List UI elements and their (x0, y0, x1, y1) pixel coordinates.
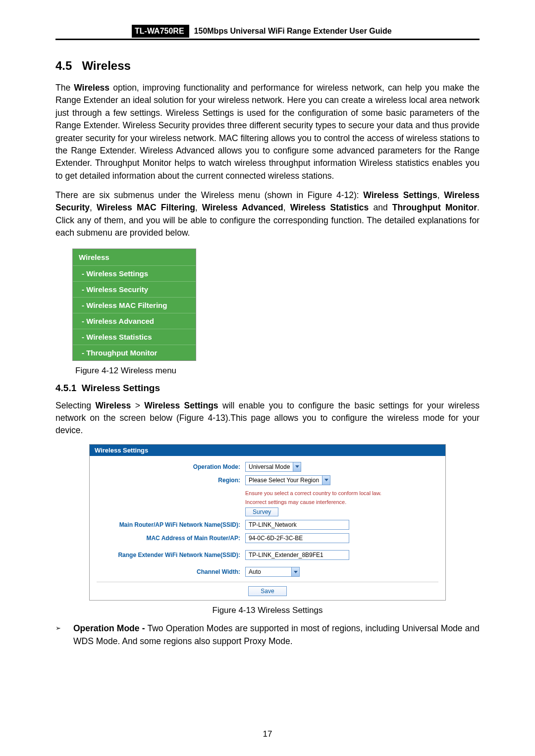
menu-item-wireless-mac-filtering: - Wireless MAC Filtering (73, 298, 196, 313)
header-title: 150Mbps Universal WiFi Range Extender Us… (189, 25, 392, 38)
operation-mode-select[interactable]: Universal Mode (245, 462, 301, 472)
label-mac-main: MAC Address of Main Router/AP: (97, 535, 245, 542)
page-header: TL-WA750RE 150Mbps Universal WiFi Range … (55, 25, 480, 40)
section-heading: 4.5 Wireless (55, 59, 480, 73)
header-model: TL-WA750RE (132, 25, 189, 38)
paragraph-intro: The Wireless option, improving functiona… (55, 82, 480, 182)
menu-item-wireless-settings: - Wireless Settings (73, 266, 196, 282)
label-region: Region: (97, 477, 245, 484)
region-hint-line2: Incorrect settings may cause interferenc… (245, 499, 438, 505)
menu-item-wireless-advanced: - Wireless Advanced (73, 313, 196, 329)
operation-mode-value: Universal Mode (246, 463, 293, 470)
subsection-number: 4.5.1 (55, 383, 76, 393)
bullet-title: Operation Mode - (73, 623, 145, 633)
page-number: 17 (0, 729, 535, 739)
figure-4-13-caption: Figure 4-13 Wireless Settings (55, 605, 480, 615)
wireless-settings-figure: Wireless Settings Operation Mode: Univer… (89, 444, 446, 601)
extender-ssid-input[interactable]: TP-LINK_Extender_8B9FE1 (245, 550, 349, 560)
subsection-title: Wireless Settings (82, 383, 160, 393)
paragraph-wireless-settings-intro: Selecting Wireless > Wireless Settings w… (55, 400, 480, 437)
wireless-menu-figure: Wireless - Wireless Settings - Wireless … (72, 249, 196, 361)
menu-item-throughput-monitor: - Throughput Monitor (73, 345, 196, 360)
label-operation-mode: Operation Mode: (97, 463, 245, 470)
chevron-down-icon (322, 476, 330, 485)
chevron-down-icon (293, 462, 301, 471)
region-value: Please Select Your Region (246, 477, 322, 484)
figure-4-12-caption: Figure 4-12 Wireless menu (75, 366, 480, 376)
channel-width-value: Auto (246, 568, 264, 575)
survey-button[interactable]: Survey (245, 507, 278, 516)
save-button[interactable]: Save (248, 586, 286, 596)
menu-item-wireless-statistics: - Wireless Statistics (73, 329, 196, 345)
menu-item-wireless-security: - Wireless Security (73, 282, 196, 298)
bullet-operation-mode: ➢ Operation Mode - Two Operation Modes a… (55, 622, 480, 648)
main-ssid-input[interactable]: TP-LINK_Network (245, 520, 349, 530)
bullet-icon: ➢ (55, 622, 73, 648)
channel-width-select[interactable]: Auto (245, 567, 300, 577)
panel-title: Wireless Settings (90, 445, 445, 456)
label-main-ssid: Main Router/AP WiFi Network Name(SSID): (97, 521, 245, 528)
label-channel-width: Channel Width: (97, 568, 245, 575)
section-number: 4.5 (55, 59, 72, 72)
subsection-heading: 4.5.1 Wireless Settings (55, 383, 480, 394)
region-hint-line1: Ensure you select a correct country to c… (245, 490, 438, 497)
paragraph-submenus: There are six submenus under the Wireles… (55, 189, 480, 240)
chevron-down-icon (291, 567, 299, 576)
menu-head-wireless: Wireless (73, 249, 196, 266)
section-title: Wireless (82, 59, 131, 72)
region-select[interactable]: Please Select Your Region (245, 475, 330, 485)
mac-main-input[interactable]: 94-0C-6D-2F-3C-BE (245, 533, 349, 543)
label-extender-ssid: Range Extender WiFi Network Name(SSID): (97, 552, 245, 558)
